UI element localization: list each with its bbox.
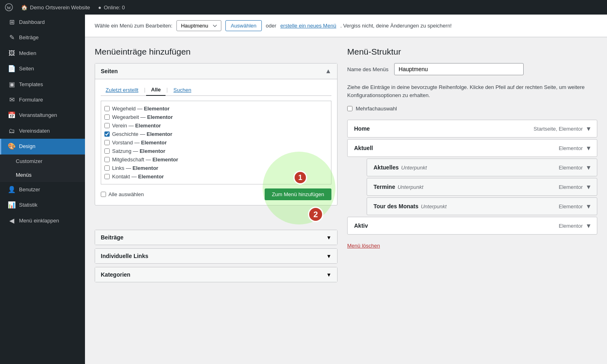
tab-alle[interactable]: Alle (146, 84, 166, 96)
checkbox-satzung[interactable] (104, 148, 110, 154)
aktuelles-item-title: Aktuelles (374, 164, 399, 171)
individuelle-links-title: Individuelle Links (101, 253, 148, 259)
menu-delete-link[interactable]: Menü löschen (347, 243, 380, 249)
sidebar-item-dashboard[interactable]: ⊞ Dashboard (0, 15, 85, 30)
checkbox-vorstand[interactable] (104, 140, 110, 145)
sidebar-item-medien[interactable]: 🖼 Medien (0, 46, 85, 61)
checkbox-links[interactable] (104, 165, 110, 171)
right-col-title: Menü-Struktur (347, 47, 597, 57)
sidebar-item-vereinsdaten[interactable]: 🗂 Vereinsdaten (0, 123, 85, 139)
menu-item-termine: Termine Unterpunkt Elementor ▾ (367, 178, 597, 196)
seiten-item-wegearbeit[interactable]: Wegearbeit — Elementor (104, 113, 329, 121)
info-text: . Vergiss nicht, deine Änderungen zu spe… (340, 23, 452, 29)
main-content: Wähle ein Menü zum Bearbeiten: Hauptmenu… (85, 15, 607, 364)
vereinsdaten-icon: 🗂 (8, 127, 16, 135)
select-all-row: Alle auswählen (101, 191, 144, 197)
sidebar-item-formulare[interactable]: ✉ Formulare (0, 92, 85, 108)
seiten-item-vorstand[interactable]: Vorstand — Elementor (104, 138, 329, 147)
sidebar-label-statistik: Statistik (19, 201, 38, 209)
seiten-panel: Seiten ▲ Zuletzt erstellt | Alle | Suche… (95, 63, 337, 205)
seiten-item-mitgliedschaft[interactable]: Mitgliedschaft — Elementor (104, 155, 329, 164)
sidebar-item-menues[interactable]: Menüs (0, 168, 85, 182)
checkbox-geschichte[interactable] (104, 131, 110, 137)
termine-expand-button[interactable]: ▾ (587, 182, 590, 191)
auswaehlen-button[interactable]: Auswählen (225, 20, 262, 31)
checkbox-wegeheld[interactable] (104, 106, 110, 111)
checkbox-alle-auswaehlen[interactable] (101, 192, 106, 197)
checkbox-wegearbeit[interactable] (104, 114, 110, 120)
seiten-item-links[interactable]: Links — Elementor (104, 164, 329, 172)
checkbox-kontakt[interactable] (104, 174, 110, 179)
aktuell-expand-button[interactable]: ▾ (587, 144, 590, 152)
sidebar-label-veranstaltungen: Veranstaltungen (19, 112, 57, 119)
add-to-menu-button[interactable]: Zum Menü hinzufügen (265, 188, 331, 200)
seiten-panel-header[interactable]: Seiten ▲ (95, 63, 337, 79)
sidebar-label-beitraege: Beiträge (19, 34, 38, 41)
aktuelles-expand-button[interactable]: ▾ (587, 163, 590, 172)
checkbox-verein[interactable] (104, 123, 110, 128)
tour-meta: Elementor (559, 203, 583, 210)
sidebar-label-medien: Medien (19, 50, 36, 57)
menu-item-home-label: Home (354, 125, 370, 132)
sidebar-label-formulare: Formulare (19, 96, 43, 104)
tab-zuletzt-erstellt[interactable]: Zuletzt erstellt (101, 84, 143, 95)
sidebar-label-menues: Menüs (16, 171, 32, 179)
seiten-icon: 📄 (8, 64, 16, 73)
mehrfachauswahl-label: Mehrfachauswahl (356, 106, 397, 112)
top-bar: Wähle ein Menü zum Bearbeiten: Hauptmenu… (85, 15, 607, 37)
checkbox-mitgliedschaft[interactable] (104, 157, 110, 162)
mehrfachauswahl-row: Mehrfachauswahl (347, 106, 597, 112)
aktiv-expand-button[interactable]: ▾ (587, 221, 590, 230)
seiten-item-geschichte[interactable]: Geschichte — Elementor ➤ (104, 130, 329, 138)
tour-sub-label: Unterpunkt (421, 203, 447, 210)
site-name-item[interactable]: 🏠 Demo Ortsverein Website (21, 4, 90, 11)
seiten-item-satzung[interactable]: Satzung — Elementor (104, 147, 329, 155)
seiten-item-verein[interactable]: Verein — Elementor (104, 121, 329, 130)
sidebar-item-benutzer[interactable]: 👤 Benutzer (0, 182, 85, 197)
individuelle-links-panel-header[interactable]: Individuelle Links ▼ (95, 249, 337, 263)
menu-item-aktuelles: Aktuelles Unterpunkt Elementor ▾ (367, 159, 597, 176)
online-item[interactable]: ● Online: 0 (98, 4, 125, 11)
sidebar-item-veranstaltungen[interactable]: 📅 Veranstaltungen (0, 108, 85, 123)
menu-select[interactable]: Hauptmenu Footermenu (176, 20, 221, 31)
seiten-chevron-up-icon: ▲ (325, 68, 331, 75)
mehrfachauswahl-checkbox[interactable] (347, 106, 352, 111)
sidebar-item-design[interactable]: 🎨 Design (0, 139, 85, 154)
sidebar-label-einklappen: Menü einklappen (19, 217, 59, 224)
beitraege-panel: Beiträge ▼ (95, 230, 337, 245)
beitraege-panel-header[interactable]: Beiträge ▼ (95, 230, 337, 245)
statistik-icon: 📊 (8, 201, 16, 210)
tab-suchen[interactable]: Suchen (169, 84, 196, 95)
sidebar-item-statistik[interactable]: 📊 Statistik (0, 197, 85, 213)
home-expand-button[interactable]: ▾ (587, 124, 590, 133)
menu-name-input[interactable] (394, 63, 524, 75)
home-meta: Startseite, Elementor (534, 126, 583, 132)
menu-name-row: Name des Menüs (347, 63, 597, 75)
alle-auswaehlen-label: Alle auswählen (108, 191, 144, 197)
seiten-item-wegeheld[interactable]: Wegeheld — Elementor (104, 104, 329, 113)
menu-item-home-right: Startseite, Elementor ▾ (534, 124, 590, 133)
add-menu-btn-wrapper: Zum Menü hinzufügen 1 2 (265, 188, 331, 200)
sidebar-item-beitraege[interactable]: ✎ Beiträge (0, 30, 85, 45)
sidebar-item-seiten[interactable]: 📄 Seiten (0, 61, 85, 76)
menu-item-tour-des-monats: Tour des Monats Unterpunkt Elementor ▾ (367, 197, 597, 215)
create-menu-link[interactable]: erstelle ein neues Menü (280, 23, 336, 29)
kategorien-panel-header[interactable]: Kategorien ▼ (95, 267, 337, 282)
collapse-icon: ◀ (8, 216, 16, 225)
aktuelles-meta: Elementor (559, 165, 583, 171)
menu-item-aktuell: Aktuell Elementor ▾ (347, 139, 597, 157)
sidebar-item-customizer[interactable]: Customizer (0, 154, 85, 168)
right-column: Menü-Struktur Name des Menüs Ziehe die E… (347, 47, 597, 249)
aktuell-meta: Elementor (559, 145, 583, 151)
formulare-icon: ✉ (8, 95, 16, 104)
termine-item-title: Termine (374, 184, 395, 190)
tour-expand-button[interactable]: ▾ (587, 202, 590, 211)
sidebar-item-templates[interactable]: ▣ Templates (0, 77, 85, 92)
sidebar-menu: ⊞ Dashboard ✎ Beiträge 🖼 Medien 📄 Seiten… (0, 15, 85, 229)
wp-logo-item[interactable]: W (5, 3, 13, 11)
aktuell-item-title: Aktuell (354, 145, 373, 151)
left-col-title: Menüeinträge hinzufügen (95, 47, 337, 57)
menu-item-home: Home Startseite, Elementor ▾ (347, 120, 597, 138)
sidebar-item-menue-einklappen[interactable]: ◀ Menü einklappen (0, 213, 85, 229)
kategorien-panel: Kategorien ▼ (95, 267, 337, 282)
